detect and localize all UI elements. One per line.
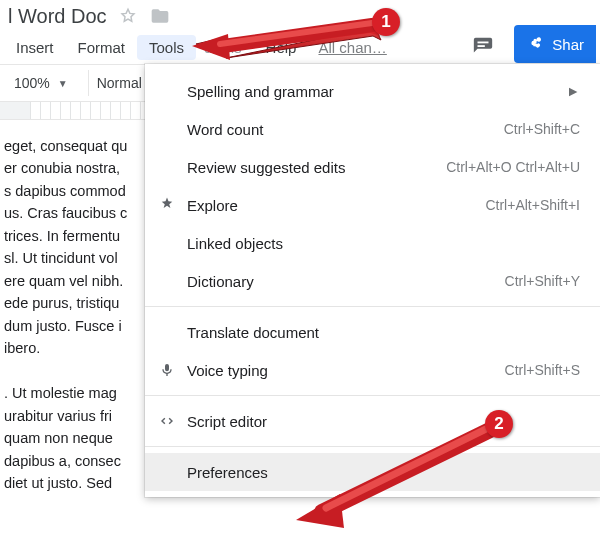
share-label: Shar — [552, 36, 584, 53]
zoom-select[interactable]: 100% ▼ — [6, 73, 76, 93]
menu-tools[interactable]: Tools — [137, 35, 196, 60]
all-changes-link[interactable]: All chan… — [318, 39, 386, 56]
svg-rect-0 — [478, 42, 489, 44]
menu-label: Script editor — [187, 413, 267, 430]
star-icon[interactable] — [117, 5, 139, 27]
svg-rect-1 — [478, 45, 485, 47]
chevron-down-icon: ▼ — [58, 78, 68, 89]
share-button[interactable]: Shar — [514, 25, 596, 63]
menu-help[interactable]: Help — [254, 35, 309, 60]
microphone-icon — [157, 360, 177, 380]
menu-label: Explore — [187, 197, 238, 214]
menu-separator — [145, 446, 600, 447]
menu-addons[interactable]: d-ons — [196, 35, 254, 60]
explore-icon — [157, 195, 177, 215]
comments-icon[interactable] — [466, 30, 500, 64]
menu-label: Preferences — [187, 464, 268, 481]
menu-format[interactable]: Format — [66, 35, 138, 60]
menu-separator — [145, 395, 600, 396]
document-body[interactable]: eget, consequat qu er conubia nostra, s … — [0, 135, 160, 543]
menu-separator — [145, 306, 600, 307]
shortcut: Ctrl+Shift+C — [504, 121, 580, 137]
menu-preferences[interactable]: Preferences — [145, 453, 600, 491]
shortcut: Ctrl+Shift+Y — [505, 273, 580, 289]
tools-dropdown: Spelling and grammar ► Word count Ctrl+S… — [145, 64, 600, 497]
submenu-arrow-icon: ► — [566, 83, 580, 99]
menu-label: Voice typing — [187, 362, 268, 379]
menu-dictionary[interactable]: Dictionary Ctrl+Shift+Y — [145, 262, 600, 300]
menu-label: Word count — [187, 121, 263, 138]
menu-script[interactable]: Script editor — [145, 402, 600, 440]
shortcut: Ctrl+Alt+O Ctrl+Alt+U — [446, 159, 580, 175]
zoom-value: 100% — [14, 75, 50, 91]
menu-label: Linked objects — [187, 235, 283, 252]
menu-label: Spelling and grammar — [187, 83, 334, 100]
menu-explore[interactable]: Explore Ctrl+Alt+Shift+I — [145, 186, 600, 224]
menu-spelling[interactable]: Spelling and grammar ► — [145, 72, 600, 110]
menu-voice[interactable]: Voice typing Ctrl+Shift+S — [145, 351, 600, 389]
menu-label: Review suggested edits — [187, 159, 345, 176]
menu-translate[interactable]: Translate document — [145, 313, 600, 351]
menu-label: Dictionary — [187, 273, 254, 290]
svg-marker-9 — [296, 494, 344, 528]
folder-icon[interactable] — [149, 5, 171, 27]
doc-title[interactable]: l Word Doc — [6, 5, 107, 28]
menu-insert[interactable]: Insert — [4, 35, 66, 60]
script-icon — [157, 411, 177, 431]
menu-label: Translate document — [187, 324, 319, 341]
shortcut: Ctrl+Alt+Shift+I — [485, 197, 580, 213]
menubar: Insert Format Tools d-ons Help All chan…… — [0, 32, 600, 62]
menu-wordcount[interactable]: Word count Ctrl+Shift+C — [145, 110, 600, 148]
menu-linked[interactable]: Linked objects — [145, 224, 600, 262]
menu-review[interactable]: Review suggested edits Ctrl+Alt+O Ctrl+A… — [145, 148, 600, 186]
shortcut: Ctrl+Shift+S — [505, 362, 580, 378]
